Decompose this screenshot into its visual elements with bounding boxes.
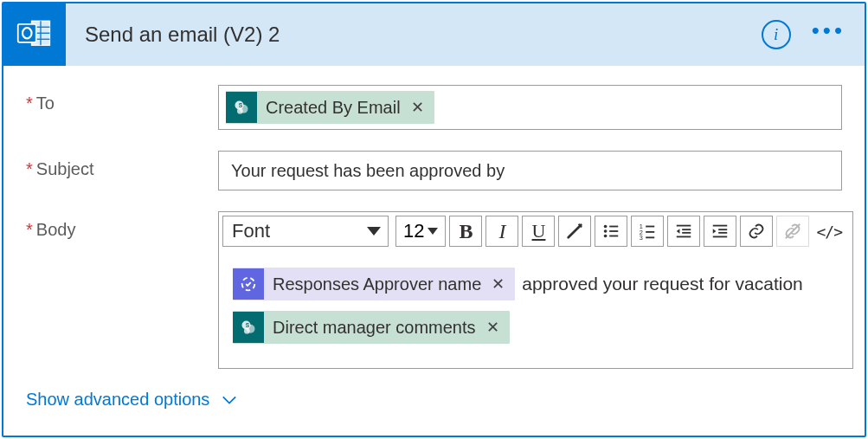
sharepoint-icon: S xyxy=(226,92,257,123)
close-icon[interactable]: ✕ xyxy=(409,98,426,117)
svg-point-38 xyxy=(244,328,250,334)
indent-button[interactable] xyxy=(704,216,736,247)
chevron-down-icon xyxy=(222,395,237,405)
info-icon[interactable]: i xyxy=(762,20,791,49)
bold-button[interactable]: B xyxy=(449,216,482,247)
font-size-select[interactable]: 12 xyxy=(395,216,446,247)
token-label: Responses Approver name xyxy=(273,266,481,302)
svg-point-13 xyxy=(604,229,608,233)
svg-point-10 xyxy=(237,108,243,114)
unlink-button[interactable] xyxy=(776,216,809,247)
svg-marker-28 xyxy=(677,229,680,234)
token-created-by-email[interactable]: S Created By Email ✕ xyxy=(226,91,434,124)
token-label: Created By Email xyxy=(266,98,401,118)
field-row-to: *To S Created By Email ✕ xyxy=(26,85,842,130)
svg-text:S: S xyxy=(239,102,243,108)
body-editor: Font 12 B I U xyxy=(218,211,853,369)
font-select[interactable]: Font xyxy=(222,216,389,247)
sharepoint-icon: S xyxy=(233,312,264,343)
chevron-down-icon xyxy=(428,228,438,235)
subject-text-input[interactable] xyxy=(226,158,834,184)
label-subject: *Subject xyxy=(26,151,218,190)
svg-text:S: S xyxy=(246,322,250,328)
code-view-button[interactable]: </> xyxy=(813,216,845,247)
card-title: Send an email (V2) 2 xyxy=(85,23,762,47)
numbered-list-button[interactable]: 123 xyxy=(631,216,664,247)
approvals-icon xyxy=(233,268,264,300)
outlook-icon xyxy=(3,3,66,66)
field-row-body: *Body Font 12 B I U xyxy=(26,211,842,369)
body-content[interactable]: Responses Approver name ✕ approved your … xyxy=(219,250,852,368)
show-advanced-options-link[interactable]: Show advanced options xyxy=(26,390,237,410)
close-icon[interactable]: ✕ xyxy=(490,266,506,302)
token-direct-manager-comments[interactable]: S Direct manager comments ✕ xyxy=(233,311,510,344)
body-text: approved your request for vacation xyxy=(522,266,803,302)
italic-button[interactable]: I xyxy=(485,216,518,247)
body-line-1: Responses Approver name ✕ approved your … xyxy=(233,266,839,302)
close-icon[interactable]: ✕ xyxy=(485,309,501,345)
bullet-list-button[interactable] xyxy=(595,216,627,247)
card-body: *To S Created By Email ✕ *Subject xyxy=(3,66,865,436)
svg-point-14 xyxy=(604,235,608,238)
more-menu-icon[interactable]: ••• xyxy=(812,26,845,43)
card-header: Send an email (V2) 2 i ••• xyxy=(3,3,865,66)
action-card-send-email: Send an email (V2) 2 i ••• *To S Created… xyxy=(2,2,866,437)
font-color-button[interactable] xyxy=(558,216,591,247)
link-button[interactable] xyxy=(740,216,773,247)
token-responses-approver-name[interactable]: Responses Approver name ✕ xyxy=(233,268,515,300)
to-input[interactable]: S Created By Email ✕ xyxy=(218,85,842,130)
label-to: *To xyxy=(26,85,218,130)
rich-text-toolbar: Font 12 B I U xyxy=(219,212,852,250)
svg-text:3: 3 xyxy=(640,234,643,241)
body-line-2: S Direct manager comments ✕ xyxy=(233,311,839,344)
underline-button[interactable]: U xyxy=(522,216,555,247)
svg-rect-6 xyxy=(18,24,36,42)
outdent-button[interactable] xyxy=(667,216,700,247)
svg-point-12 xyxy=(604,225,608,229)
chevron-down-icon xyxy=(367,227,381,236)
label-body: *Body xyxy=(26,211,218,369)
svg-marker-33 xyxy=(713,229,717,234)
token-label: Direct manager comments xyxy=(273,309,476,345)
field-row-subject: *Subject xyxy=(26,151,842,190)
subject-input[interactable] xyxy=(218,151,842,190)
